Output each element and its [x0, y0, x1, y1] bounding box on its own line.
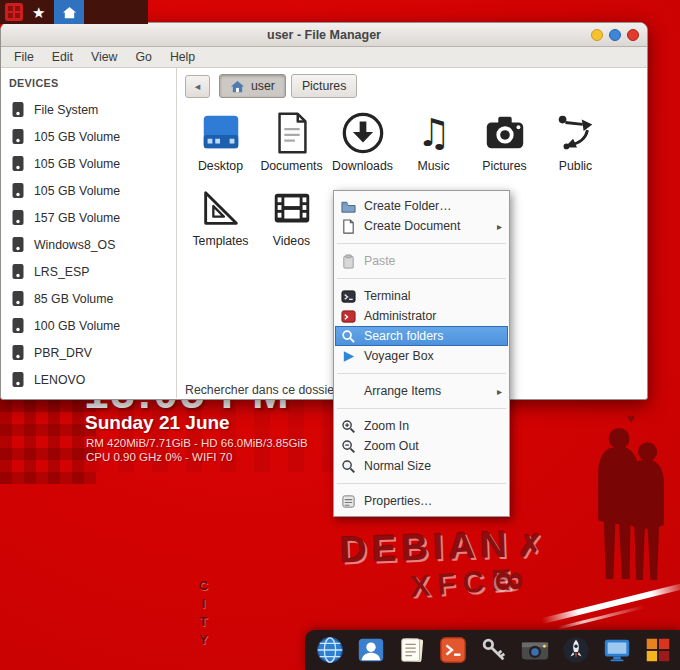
- context-menu-item-zoom-out[interactable]: Zoom Out: [335, 436, 508, 456]
- drive-icon: [11, 344, 25, 361]
- film-icon: [269, 185, 315, 231]
- file-documents[interactable]: Documents: [256, 110, 327, 173]
- drive-icon: [11, 182, 25, 199]
- context-menu-item-search-folders[interactable]: Search folders: [335, 326, 508, 346]
- sidebar-item-file-system[interactable]: File System: [1, 96, 176, 123]
- sidebar-item-85-gb-volume[interactable]: 85 GB Volume: [1, 285, 176, 312]
- dock-user-folder[interactable]: [356, 635, 386, 665]
- home-panel-icon[interactable]: [54, 0, 84, 24]
- menubar-item-edit[interactable]: Edit: [43, 48, 82, 66]
- sidebar-item-label: Windows8_OS: [34, 238, 115, 252]
- context-menu-item-normal-size[interactable]: Normal Size: [335, 456, 508, 476]
- dock-camera[interactable]: [520, 635, 550, 665]
- heart-icon: ♥: [627, 411, 635, 426]
- toolbar: ◂ userPictures: [177, 68, 647, 102]
- menubar-item-view[interactable]: View: [82, 48, 126, 66]
- back-button[interactable]: ◂: [185, 75, 210, 98]
- top-panel: ★: [0, 0, 148, 24]
- drive-icon: [11, 263, 25, 280]
- sidebar-item-label: 85 GB Volume: [34, 292, 113, 306]
- sidebar-list: File System105 GB Volume105 GB Volume105…: [1, 96, 176, 393]
- context-menu-item-voyager-box[interactable]: Voyager Box: [335, 346, 508, 366]
- context-menu-item-label: Arrange Items: [364, 384, 441, 398]
- submenu-arrow-icon: ▸: [497, 221, 502, 232]
- document-new-icon: [341, 219, 356, 234]
- context-menu-item-label: Zoom Out: [364, 439, 419, 453]
- menu-separator: [337, 278, 506, 279]
- context-menu: Create Folder…Create Document▸PasteTermi…: [333, 190, 510, 517]
- administrator-icon: [341, 309, 356, 324]
- blank-icon: [341, 384, 356, 399]
- file-label: Pictures: [469, 159, 540, 173]
- sidebar-item-label: LENOVO: [34, 373, 85, 387]
- context-menu-item-zoom-in[interactable]: Zoom In: [335, 416, 508, 436]
- file-videos[interactable]: Videos: [256, 185, 327, 248]
- sidebar-item-lrs-esp[interactable]: LRS_ESP: [1, 258, 176, 285]
- sidebar-item-157-gb-volume[interactable]: 157 GB Volume: [1, 204, 176, 231]
- context-menu-item-create-folder[interactable]: Create Folder…: [335, 196, 508, 216]
- context-menu-item-administrator[interactable]: Administrator: [335, 306, 508, 326]
- sidebar-item-105-gb-volume[interactable]: 105 GB Volume: [1, 177, 176, 204]
- context-menu-item-create-document[interactable]: Create Document▸: [335, 216, 508, 236]
- menu-separator: [337, 373, 506, 374]
- dock-notes[interactable]: [397, 635, 427, 665]
- document-icon: [269, 110, 315, 156]
- desktop-icon: [198, 110, 244, 156]
- user-folder-icon: [356, 635, 386, 665]
- sidebar-item-label: 105 GB Volume: [34, 184, 120, 198]
- maximize-button[interactable]: [609, 29, 621, 41]
- file-pictures[interactable]: Pictures: [469, 110, 540, 173]
- dock-keys[interactable]: [479, 635, 509, 665]
- wallpaper-city-text: CITY: [196, 578, 211, 650]
- context-menu-item-label: Normal Size: [364, 459, 431, 473]
- file-public[interactable]: Public: [540, 110, 611, 173]
- menubar-item-go[interactable]: Go: [126, 48, 160, 66]
- wallpaper-system-stats: RM 420MiB/7.71GiB - HD 66.0MiB/3.85GiB C…: [86, 436, 308, 464]
- dock: [305, 630, 680, 670]
- file-label: Videos: [256, 234, 327, 248]
- context-menu-item-label: Create Document: [364, 219, 460, 233]
- wallpaper-graffiti-debian: DEBIAN✗: [339, 522, 548, 571]
- context-menu-item-arrange-items[interactable]: Arrange Items▸: [335, 381, 508, 401]
- file-templates[interactable]: Templates: [185, 185, 256, 248]
- sidebar-item-lenovo[interactable]: LENOVO: [1, 366, 176, 393]
- share-icon: [553, 110, 599, 156]
- wallpaper-stats-memory: RM 420MiB/7.71GiB - HD 66.0MiB/3.85GiB: [86, 436, 308, 450]
- terminal-icon: [438, 635, 468, 665]
- file-label: Desktop: [185, 159, 256, 173]
- titlebar[interactable]: user - File Manager: [1, 23, 647, 47]
- zoom-out-icon: [341, 439, 356, 454]
- dock-app-grid[interactable]: [643, 635, 673, 665]
- file-desktop[interactable]: Desktop: [185, 110, 256, 173]
- sidebar-item-105-gb-volume[interactable]: 105 GB Volume: [1, 123, 176, 150]
- launcher-icon[interactable]: [5, 3, 23, 21]
- dock-terminal[interactable]: [438, 635, 468, 665]
- sidebar-item-105-gb-volume[interactable]: 105 GB Volume: [1, 150, 176, 177]
- drive-icon: [11, 371, 25, 388]
- sidebar-item-100-gb-volume[interactable]: 100 GB Volume: [1, 312, 176, 339]
- path-button-user[interactable]: user: [219, 74, 286, 98]
- dock-display[interactable]: [602, 635, 632, 665]
- minimize-button[interactable]: [591, 29, 603, 41]
- context-menu-item-properties[interactable]: Properties…: [335, 491, 508, 511]
- menubar-item-file[interactable]: File: [5, 48, 43, 66]
- path-button-pictures[interactable]: Pictures: [291, 74, 357, 98]
- sidebar-item-windows8-os[interactable]: Windows8_OS: [1, 231, 176, 258]
- close-button[interactable]: [627, 29, 639, 41]
- terminal-icon: [341, 289, 356, 304]
- sidebar-item-pbr-drv[interactable]: PBR_DRV: [1, 339, 176, 366]
- favorites-star-icon[interactable]: ★: [32, 5, 45, 20]
- sidebar-item-label: 105 GB Volume: [34, 130, 120, 144]
- download-icon: [340, 110, 386, 156]
- dock-rocket[interactable]: [561, 635, 591, 665]
- drive-icon: [11, 317, 25, 334]
- file-label: Documents: [256, 159, 327, 173]
- back-arrow-icon: ◂: [195, 80, 201, 93]
- context-menu-item-terminal[interactable]: Terminal: [335, 286, 508, 306]
- dock-browser[interactable]: [315, 635, 345, 665]
- file-downloads[interactable]: Downloads: [327, 110, 398, 173]
- file-manager-window: user - File Manager FileEditViewGoHelp D…: [0, 22, 648, 400]
- file-music[interactable]: ♫Music: [398, 110, 469, 173]
- wallpaper-stats-cpu: CPU 0.90 GHz 0% - WIFI 70: [86, 450, 308, 464]
- menubar-item-help[interactable]: Help: [161, 48, 204, 66]
